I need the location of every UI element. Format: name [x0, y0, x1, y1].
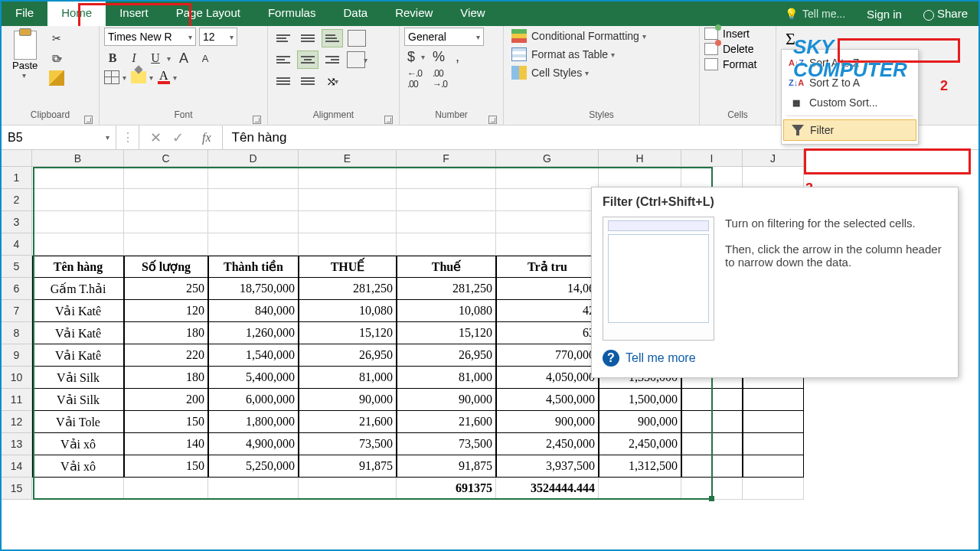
cell[interactable]	[124, 167, 208, 189]
cell[interactable]: Vải Katê	[32, 300, 124, 322]
comma-style-button[interactable]: ,	[452, 49, 462, 65]
number-launcher[interactable]	[488, 116, 497, 124]
cell[interactable]: Vải Tole	[32, 411, 124, 433]
orientation-button[interactable]: ⤭▾	[322, 72, 343, 90]
delete-cells-button[interactable]: Delete	[704, 43, 771, 55]
format-as-table-button[interactable]: Format as Table▾	[508, 46, 694, 63]
cell[interactable]: 90,000	[397, 389, 496, 411]
cell[interactable]: 18,750,000	[208, 278, 299, 300]
tab-formulas[interactable]: Formulas	[254, 2, 330, 26]
cell[interactable]: 10,080	[397, 300, 496, 322]
cell[interactable]	[32, 478, 124, 500]
row-header[interactable]: 10	[2, 367, 32, 389]
cell[interactable]: 2,450,000	[496, 433, 599, 455]
cell[interactable]: Số lượng	[124, 256, 208, 278]
cut-button[interactable]: ✂	[47, 31, 67, 46]
cell[interactable]: 73,500	[299, 433, 397, 455]
cell[interactable]	[208, 189, 299, 211]
insert-cells-button[interactable]: Insert	[704, 28, 771, 40]
cell[interactable]: Thuế	[397, 256, 496, 278]
cell[interactable]	[208, 211, 299, 233]
tab-file[interactable]: File	[2, 2, 47, 26]
cell[interactable]: 1,260,000	[208, 322, 299, 344]
row-header[interactable]: 3	[2, 211, 32, 233]
cell[interactable]	[299, 167, 397, 189]
decrease-decimal-button[interactable]: .00→.0	[430, 68, 450, 90]
cancel-entry-button[interactable]: ✕	[150, 129, 162, 146]
tab-view[interactable]: View	[446, 2, 498, 26]
cell[interactable]: 900,000	[496, 411, 599, 433]
tab-insert[interactable]: Insert	[106, 2, 162, 26]
paste-button[interactable]: Paste▾	[6, 28, 44, 83]
number-format-combo[interactable]: General▾	[404, 28, 484, 46]
cell[interactable]: 42	[496, 300, 599, 322]
fx-icon[interactable]: fx	[202, 131, 211, 145]
cell[interactable]	[681, 478, 743, 500]
cell[interactable]	[32, 167, 124, 189]
cell[interactable]	[208, 167, 299, 189]
cell[interactable]	[496, 233, 599, 256]
cell[interactable]	[299, 211, 397, 233]
cell[interactable]	[743, 411, 804, 433]
format-cells-button[interactable]: Format	[704, 58, 771, 70]
cell[interactable]: 220	[124, 344, 208, 367]
cell[interactable]	[681, 433, 743, 455]
cell[interactable]: 21,600	[397, 411, 496, 433]
font-launcher[interactable]	[253, 116, 261, 124]
increase-indent-button[interactable]	[297, 72, 318, 90]
row-header[interactable]: 1	[2, 167, 32, 189]
cell[interactable]: Vải xô	[32, 455, 124, 478]
increase-font-button[interactable]: A	[175, 49, 192, 67]
cell-styles-button[interactable]: Cell Styles▾	[508, 64, 694, 81]
cell[interactable]: 691375	[397, 478, 496, 500]
cell[interactable]: 4,050,000	[496, 367, 599, 389]
cell[interactable]: 10,080	[299, 300, 397, 322]
align-middle-button[interactable]	[297, 29, 318, 47]
select-all-corner[interactable]	[2, 150, 32, 167]
row-header[interactable]: 4	[2, 233, 32, 256]
wrap-text-button[interactable]	[346, 29, 368, 47]
enter-entry-button[interactable]: ✓	[172, 129, 184, 146]
align-right-button[interactable]	[322, 51, 343, 69]
cell[interactable]	[743, 455, 804, 478]
cell[interactable]: 840,000	[208, 300, 299, 322]
row-header[interactable]: 15	[2, 478, 32, 500]
row-header[interactable]: 9	[2, 344, 32, 367]
format-painter-button[interactable]	[47, 70, 67, 86]
borders-button[interactable]	[104, 70, 119, 84]
cell[interactable]: 1,800,000	[208, 411, 299, 433]
cell[interactable]: 21,600	[299, 411, 397, 433]
cell[interactable]: 90,000	[299, 389, 397, 411]
custom-sort-item[interactable]: ▦Custom Sort...	[782, 93, 918, 112]
share-button[interactable]: Share	[913, 2, 978, 24]
percent-format-button[interactable]: %	[430, 49, 448, 65]
cell[interactable]: Tên hàng	[32, 256, 124, 278]
cell[interactable]: 26,950	[299, 344, 397, 367]
cell[interactable]: 1,500,000	[599, 389, 681, 411]
column-header-D[interactable]: D	[208, 150, 299, 167]
cell[interactable]	[496, 211, 599, 233]
cell[interactable]: 91,875	[397, 455, 496, 478]
cell[interactable]	[397, 233, 496, 256]
font-name-combo[interactable]: Times New R▾	[104, 28, 196, 46]
decrease-font-button[interactable]: A	[197, 49, 214, 67]
align-left-button[interactable]	[273, 51, 294, 69]
cell[interactable]	[32, 211, 124, 233]
cell[interactable]	[681, 389, 743, 411]
cell[interactable]	[743, 433, 804, 455]
signin-link[interactable]: Sign in	[856, 3, 913, 25]
row-header[interactable]: 13	[2, 433, 32, 455]
cell[interactable]: 14,06	[496, 278, 599, 300]
cell[interactable]: 281,250	[397, 278, 496, 300]
column-header-C[interactable]: C	[124, 150, 208, 167]
cell[interactable]: 150	[124, 411, 208, 433]
cell[interactable]	[496, 189, 599, 211]
cell[interactable]	[496, 167, 599, 189]
row-header[interactable]: 6	[2, 278, 32, 300]
tab-home[interactable]: Home	[47, 2, 106, 26]
cell[interactable]: 81,000	[299, 367, 397, 389]
column-header-F[interactable]: F	[397, 150, 496, 167]
font-size-combo[interactable]: 12▾	[199, 28, 237, 46]
cell[interactable]: 26,950	[397, 344, 496, 367]
cell[interactable]	[32, 233, 124, 256]
